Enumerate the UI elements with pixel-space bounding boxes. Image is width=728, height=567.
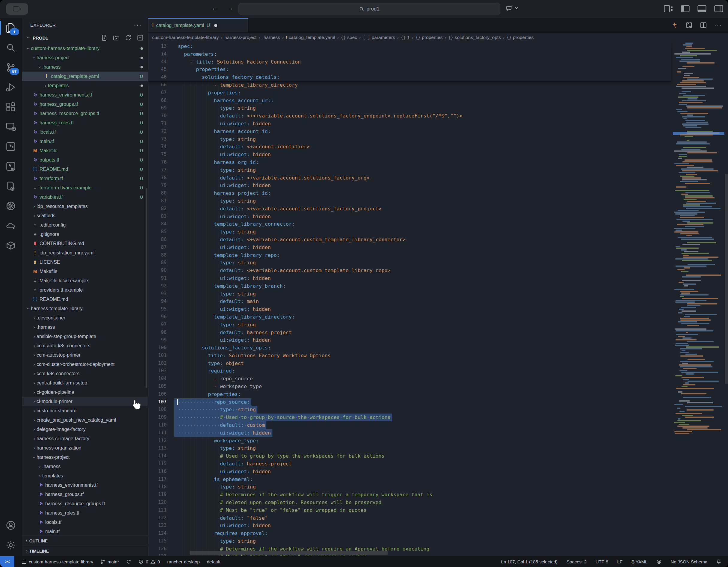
extension-sparkle-icon[interactable] <box>671 22 678 29</box>
code-line[interactable]: 84 template_library_connector: <box>148 220 671 228</box>
line-number[interactable]: 103 <box>148 367 174 375</box>
code-line[interactable]: 87 ui:widget: hidden <box>148 243 671 251</box>
tree-file-.gitignore[interactable]: ◆.gitignore <box>22 229 148 239</box>
code-line[interactable]: 100 solutions_factory_opts: <box>148 344 671 352</box>
nav-back-button[interactable]: ← <box>212 4 219 12</box>
code-line[interactable]: 77 type: string <box>148 166 671 174</box>
line-number[interactable]: 113 <box>148 445 174 452</box>
code-line[interactable]: 124 requires_approval: <box>148 530 671 537</box>
tree-file-outputs.tf[interactable]: outputs.tfU <box>22 155 148 164</box>
code-line[interactable]: 122 default: "false" <box>148 514 671 522</box>
line-number[interactable]: 76 <box>148 158 174 166</box>
line-number[interactable]: 45 <box>148 66 174 73</box>
tree-folder-ccm-autostop-primer[interactable]: ›ccm-autostop-primer <box>22 350 148 360</box>
code-line[interactable]: 81 type: string <box>148 197 671 205</box>
status-workspace[interactable]: custom-harness-template-library <box>22 559 93 564</box>
line-number[interactable]: 107 <box>148 398 174 406</box>
tree-file-idp_registration_mgr.yaml[interactable]: !idp_registration_mgr.yaml <box>22 248 148 257</box>
line-number[interactable]: 98 <box>148 329 174 337</box>
tree-file-.editorconfig[interactable]: ≡.editorconfig <box>22 220 148 229</box>
code-line[interactable]: 69 type: string <box>148 104 671 112</box>
code-line[interactable]: 75 ui:widget: hidden <box>148 151 671 158</box>
tree-file-Makefile[interactable]: MMakefile <box>22 267 148 276</box>
status-json-schema[interactable]: No JSON Schema <box>670 559 707 564</box>
customize-layout-icon[interactable] <box>664 5 673 13</box>
sidebar-scrollbar[interactable] <box>146 188 147 388</box>
toggle-panel-icon[interactable] <box>697 5 706 13</box>
code-line[interactable]: 116 ui:widget: hidden <box>148 468 671 476</box>
activity-item-terraform[interactable] <box>0 137 22 156</box>
code-line[interactable]: 97 type: string <box>148 321 671 329</box>
tab-catalog-template[interactable]: ! catalog_template.yaml U <box>148 18 248 32</box>
line-number[interactable]: 44 <box>148 58 174 66</box>
line-number[interactable]: 121 <box>148 506 174 514</box>
breadcrumb-item[interactable]: {}1 <box>401 35 410 40</box>
code-line[interactable]: 73 type: string <box>148 135 671 143</box>
tree-folder-templates[interactable]: ›templates <box>22 81 148 90</box>
code-line[interactable]: 68 harness_account_url: <box>148 97 671 105</box>
tree-folder-.harness[interactable]: ›.harness <box>22 462 148 471</box>
activity-item-remote-explorer[interactable] <box>0 117 22 137</box>
code-line[interactable]: 80 harness_project_id: <box>148 189 671 197</box>
tree-file-locals.tf[interactable]: locals.tf <box>22 518 148 527</box>
line-number[interactable]: 127 <box>148 553 174 556</box>
tree-file-locals.tf[interactable]: locals.tfU <box>22 127 148 137</box>
code-line[interactable]: 120 # deleted upon completion. Resources… <box>148 499 671 506</box>
line-number[interactable]: 115 <box>148 460 174 468</box>
code-line[interactable]: 76 harness_org_id: <box>148 158 671 166</box>
status-sync[interactable] <box>126 559 131 564</box>
code-line[interactable]: 117 is_ephemeral: <box>148 476 671 483</box>
line-number[interactable]: 80 <box>148 189 174 197</box>
code-line[interactable]: 99 ui:widget: hidden <box>148 336 671 344</box>
line-number[interactable]: 97 <box>148 321 174 329</box>
activity-item-explorer[interactable]: 1 <box>0 18 22 38</box>
code-line[interactable]: 110··············default:·custom <box>148 421 671 429</box>
code-line[interactable]: 104 - repo_source <box>148 375 671 383</box>
line-number[interactable]: 112 <box>148 437 174 445</box>
tree-file-harness_roles.tf[interactable]: harness_roles.tfU <box>22 118 148 127</box>
code-line[interactable]: 85 type: string <box>148 228 671 236</box>
editor-more-actions[interactable]: ··· <box>714 22 722 29</box>
line-number[interactable]: 100 <box>148 344 174 352</box>
tree-folder-create_and_push_new_catalog_yaml[interactable]: ›create_and_push_new_catalog_yaml <box>22 415 148 425</box>
tree-folder-ccm-cluster-orchestrator-deployment[interactable]: ›ccm-cluster-orchestrator-deployment <box>22 360 148 369</box>
code-line[interactable]: 71 ui:widget: hidden <box>148 120 671 128</box>
line-number[interactable]: 126 <box>148 545 174 553</box>
line-number[interactable]: 95 <box>148 306 174 313</box>
activity-item-kubernetes[interactable] <box>0 196 22 216</box>
line-number[interactable]: 77 <box>148 166 174 174</box>
line-number[interactable]: 81 <box>148 197 174 205</box>
tree-folder-delegate-image-factory[interactable]: ›delegate-image-factory <box>22 425 148 434</box>
tree-file-providers.tf.example[interactable]: ≡providers.tf.example <box>22 285 148 295</box>
line-number[interactable]: 111 <box>148 429 174 437</box>
split-editor-icon[interactable] <box>700 22 707 29</box>
command-center-search[interactable]: prod1 <box>238 3 500 15</box>
tree-folder-custom-harness-template-library[interactable]: ›custom-harness-template-library <box>22 44 148 53</box>
code-line[interactable]: 92 template_library_branch: <box>148 282 671 290</box>
tree-folder-.harness[interactable]: ›.harness <box>22 62 148 72</box>
line-number[interactable]: 120 <box>148 499 174 506</box>
activity-item-search[interactable] <box>0 38 22 58</box>
tree-folder-ccm-auto-k8s-connectors[interactable]: ›ccm-auto-k8s-connectors <box>22 341 148 350</box>
breadcrumb-item[interactable]: harness-project <box>224 35 256 40</box>
code-line[interactable]: 70 default: <+<+variable.account.solutio… <box>148 112 671 120</box>
line-number[interactable]: 123 <box>148 522 174 530</box>
tree-folder-harness-project[interactable]: ›harness-project <box>22 453 148 462</box>
status-encoding[interactable]: UTF-8 <box>596 559 608 564</box>
code-line[interactable]: 105 - workspace_type <box>148 383 671 391</box>
line-number[interactable]: 108 <box>148 406 174 414</box>
code-line[interactable]: 86 default: <+variable.account.custom_te… <box>148 236 671 243</box>
tree-folder-ci-golden-pipeline[interactable]: ›ci-golden-pipeline <box>22 388 148 397</box>
vertical-scrollbar[interactable] <box>725 174 728 384</box>
screen-indicator-pill[interactable] <box>6 3 28 15</box>
line-number[interactable]: 89 <box>148 259 174 267</box>
code-line[interactable]: 93 type: string <box>148 290 671 298</box>
horizontal-scrollbar[interactable] <box>190 551 388 555</box>
tree-folder-.devcontainer[interactable]: ›.devcontainer <box>22 313 148 323</box>
line-number[interactable]: 125 <box>148 537 174 545</box>
workspace-section-header[interactable]: › PROD1 <box>22 32 148 44</box>
line-number[interactable]: 75 <box>148 151 174 158</box>
tree-file-main.tf[interactable]: main.tf <box>22 527 148 536</box>
line-number[interactable]: 13 <box>148 43 174 50</box>
code-line[interactable]: 88 template_library_repo: <box>148 251 671 259</box>
